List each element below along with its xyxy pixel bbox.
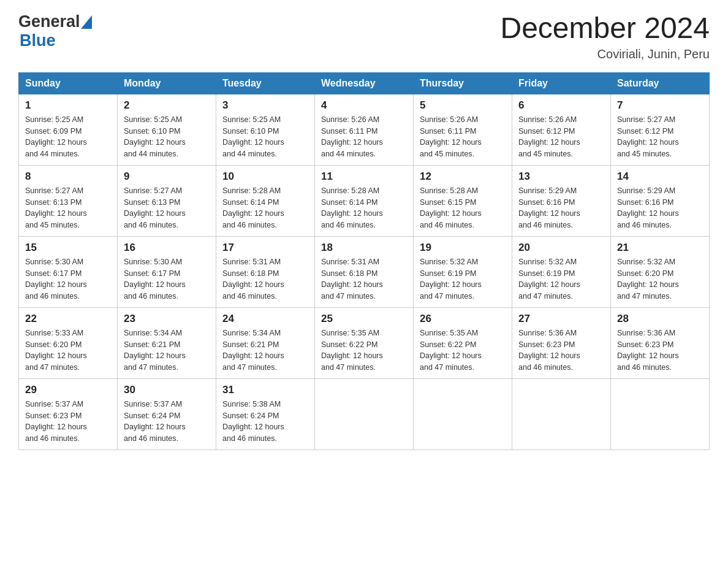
- calendar-cell: 28 Sunrise: 5:36 AM Sunset: 6:23 PM Dayl…: [611, 307, 710, 378]
- day-number: 22: [25, 313, 111, 325]
- calendar-week-row: 1 Sunrise: 5:25 AM Sunset: 6:09 PM Dayli…: [19, 94, 710, 165]
- day-info: Sunrise: 5:37 AM Sunset: 6:23 PM Dayligh…: [25, 400, 87, 443]
- page-header: General Blue December 2024 Coviriali, Ju…: [18, 12, 710, 61]
- day-number: 15: [25, 242, 111, 254]
- day-info: Sunrise: 5:33 AM Sunset: 6:20 PM Dayligh…: [25, 329, 87, 372]
- calendar-cell: 6 Sunrise: 5:26 AM Sunset: 6:12 PM Dayli…: [512, 94, 611, 165]
- calendar-title: December 2024: [500, 12, 710, 45]
- calendar-cell: [414, 378, 512, 450]
- day-info: Sunrise: 5:32 AM Sunset: 6:20 PM Dayligh…: [617, 258, 679, 301]
- calendar-cell: 15 Sunrise: 5:30 AM Sunset: 6:17 PM Dayl…: [19, 236, 118, 307]
- title-block: December 2024 Coviriali, Junin, Peru: [500, 12, 710, 61]
- header-cell-monday: Monday: [118, 72, 216, 94]
- day-info: Sunrise: 5:28 AM Sunset: 6:14 PM Dayligh…: [222, 186, 284, 229]
- header-cell-friday: Friday: [512, 72, 611, 94]
- day-number: 31: [222, 384, 308, 396]
- logo-blue-text: Blue: [20, 31, 56, 50]
- day-info: Sunrise: 5:30 AM Sunset: 6:17 PM Dayligh…: [124, 258, 186, 301]
- calendar-cell: 14 Sunrise: 5:29 AM Sunset: 6:16 PM Dayl…: [611, 165, 710, 236]
- day-number: 21: [617, 242, 703, 254]
- day-number: 20: [518, 242, 604, 254]
- day-info: Sunrise: 5:29 AM Sunset: 6:16 PM Dayligh…: [518, 186, 580, 229]
- calendar-cell: 24 Sunrise: 5:34 AM Sunset: 6:21 PM Dayl…: [216, 307, 315, 378]
- calendar-cell: [315, 378, 414, 450]
- day-info: Sunrise: 5:25 AM Sunset: 6:10 PM Dayligh…: [124, 115, 186, 158]
- day-info: Sunrise: 5:26 AM Sunset: 6:12 PM Dayligh…: [518, 115, 580, 158]
- day-info: Sunrise: 5:25 AM Sunset: 6:09 PM Dayligh…: [25, 115, 87, 158]
- day-number: 7: [617, 99, 703, 112]
- calendar-cell: 26 Sunrise: 5:35 AM Sunset: 6:22 PM Dayl…: [414, 307, 512, 378]
- calendar-cell: 7 Sunrise: 5:27 AM Sunset: 6:12 PM Dayli…: [611, 94, 710, 165]
- day-number: 9: [124, 170, 210, 183]
- calendar-cell: 2 Sunrise: 5:25 AM Sunset: 6:10 PM Dayli…: [118, 94, 216, 165]
- calendar-cell: 27 Sunrise: 5:36 AM Sunset: 6:23 PM Dayl…: [512, 307, 611, 378]
- calendar-cell: [512, 378, 611, 450]
- day-number: 29: [25, 384, 111, 396]
- calendar-cell: 18 Sunrise: 5:31 AM Sunset: 6:18 PM Dayl…: [315, 236, 414, 307]
- day-number: 18: [321, 242, 407, 254]
- day-number: 1: [25, 99, 111, 112]
- day-info: Sunrise: 5:34 AM Sunset: 6:21 PM Dayligh…: [124, 329, 186, 372]
- day-info: Sunrise: 5:35 AM Sunset: 6:22 PM Dayligh…: [321, 329, 383, 372]
- day-number: 11: [321, 170, 407, 183]
- day-number: 23: [124, 313, 210, 325]
- day-info: Sunrise: 5:37 AM Sunset: 6:24 PM Dayligh…: [124, 400, 186, 443]
- calendar-cell: 4 Sunrise: 5:26 AM Sunset: 6:11 PM Dayli…: [315, 94, 414, 165]
- calendar-header-row: SundayMondayTuesdayWednesdayThursdayFrid…: [19, 72, 710, 94]
- header-cell-tuesday: Tuesday: [216, 72, 315, 94]
- calendar-cell: 22 Sunrise: 5:33 AM Sunset: 6:20 PM Dayl…: [19, 307, 118, 378]
- day-number: 24: [222, 313, 308, 325]
- calendar-cell: 29 Sunrise: 5:37 AM Sunset: 6:23 PM Dayl…: [19, 378, 118, 450]
- day-info: Sunrise: 5:31 AM Sunset: 6:18 PM Dayligh…: [321, 258, 383, 301]
- calendar-week-row: 15 Sunrise: 5:30 AM Sunset: 6:17 PM Dayl…: [19, 236, 710, 307]
- logo-general-text: General: [18, 12, 80, 31]
- header-cell-sunday: Sunday: [19, 72, 118, 94]
- day-info: Sunrise: 5:28 AM Sunset: 6:15 PM Dayligh…: [420, 186, 482, 229]
- day-info: Sunrise: 5:29 AM Sunset: 6:16 PM Dayligh…: [617, 186, 679, 229]
- calendar-cell: [611, 378, 710, 450]
- calendar-cell: 13 Sunrise: 5:29 AM Sunset: 6:16 PM Dayl…: [512, 165, 611, 236]
- logo-triangle-icon: [81, 15, 92, 31]
- day-info: Sunrise: 5:26 AM Sunset: 6:11 PM Dayligh…: [321, 115, 383, 158]
- calendar-cell: 3 Sunrise: 5:25 AM Sunset: 6:10 PM Dayli…: [216, 94, 315, 165]
- svg-marker-0: [81, 15, 92, 29]
- day-info: Sunrise: 5:32 AM Sunset: 6:19 PM Dayligh…: [518, 258, 580, 301]
- day-info: Sunrise: 5:36 AM Sunset: 6:23 PM Dayligh…: [518, 329, 580, 372]
- calendar-cell: 19 Sunrise: 5:32 AM Sunset: 6:19 PM Dayl…: [414, 236, 512, 307]
- day-info: Sunrise: 5:34 AM Sunset: 6:21 PM Dayligh…: [222, 329, 284, 372]
- day-info: Sunrise: 5:27 AM Sunset: 6:13 PM Dayligh…: [124, 186, 186, 229]
- day-number: 14: [617, 170, 703, 183]
- day-number: 4: [321, 99, 407, 112]
- day-number: 2: [124, 99, 210, 112]
- calendar-cell: 5 Sunrise: 5:26 AM Sunset: 6:11 PM Dayli…: [414, 94, 512, 165]
- calendar-week-row: 8 Sunrise: 5:27 AM Sunset: 6:13 PM Dayli…: [19, 165, 710, 236]
- day-number: 6: [518, 99, 604, 112]
- day-info: Sunrise: 5:35 AM Sunset: 6:22 PM Dayligh…: [420, 329, 482, 372]
- calendar-cell: 16 Sunrise: 5:30 AM Sunset: 6:17 PM Dayl…: [118, 236, 216, 307]
- day-number: 17: [222, 242, 308, 254]
- day-number: 13: [518, 170, 604, 183]
- day-info: Sunrise: 5:31 AM Sunset: 6:18 PM Dayligh…: [222, 258, 284, 301]
- calendar-cell: 8 Sunrise: 5:27 AM Sunset: 6:13 PM Dayli…: [19, 165, 118, 236]
- day-info: Sunrise: 5:32 AM Sunset: 6:19 PM Dayligh…: [420, 258, 482, 301]
- day-number: 19: [420, 242, 506, 254]
- day-number: 27: [518, 313, 604, 325]
- header-cell-saturday: Saturday: [611, 72, 710, 94]
- calendar-cell: 1 Sunrise: 5:25 AM Sunset: 6:09 PM Dayli…: [19, 94, 118, 165]
- calendar-cell: 21 Sunrise: 5:32 AM Sunset: 6:20 PM Dayl…: [611, 236, 710, 307]
- day-info: Sunrise: 5:36 AM Sunset: 6:23 PM Dayligh…: [617, 329, 679, 372]
- calendar-cell: 10 Sunrise: 5:28 AM Sunset: 6:14 PM Dayl…: [216, 165, 315, 236]
- day-info: Sunrise: 5:27 AM Sunset: 6:13 PM Dayligh…: [25, 186, 87, 229]
- calendar-week-row: 22 Sunrise: 5:33 AM Sunset: 6:20 PM Dayl…: [19, 307, 710, 378]
- day-number: 26: [420, 313, 506, 325]
- calendar-week-row: 29 Sunrise: 5:37 AM Sunset: 6:23 PM Dayl…: [19, 378, 710, 450]
- calendar-cell: 30 Sunrise: 5:37 AM Sunset: 6:24 PM Dayl…: [118, 378, 216, 450]
- calendar-cell: 23 Sunrise: 5:34 AM Sunset: 6:21 PM Dayl…: [118, 307, 216, 378]
- day-info: Sunrise: 5:30 AM Sunset: 6:17 PM Dayligh…: [25, 258, 87, 301]
- calendar-cell: 12 Sunrise: 5:28 AM Sunset: 6:15 PM Dayl…: [414, 165, 512, 236]
- calendar-subtitle: Coviriali, Junin, Peru: [500, 47, 710, 61]
- calendar-cell: 17 Sunrise: 5:31 AM Sunset: 6:18 PM Dayl…: [216, 236, 315, 307]
- header-cell-thursday: Thursday: [414, 72, 512, 94]
- day-number: 3: [222, 99, 308, 112]
- calendar-cell: 20 Sunrise: 5:32 AM Sunset: 6:19 PM Dayl…: [512, 236, 611, 307]
